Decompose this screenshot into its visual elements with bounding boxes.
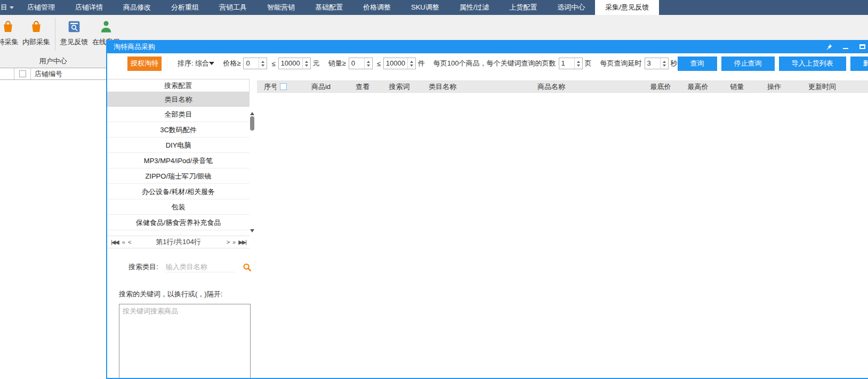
scroll-up-icon[interactable] bbox=[250, 110, 254, 115]
select-all-shops-checkbox[interactable] bbox=[19, 70, 26, 77]
pager-right-group: > » ▶▶| bbox=[223, 239, 250, 246]
menu-item-price-adjust[interactable]: 价格调整 bbox=[353, 0, 401, 15]
menu-item-smart-marketing[interactable]: 智能营销 bbox=[257, 0, 305, 15]
category-item-package[interactable]: 包装 bbox=[107, 199, 250, 215]
menu-item-listing-config[interactable]: 上货配置 bbox=[499, 0, 547, 15]
chevron-down-icon bbox=[10, 6, 14, 11]
maximize-icon[interactable] bbox=[858, 43, 866, 51]
toolbar-item-internal-collect[interactable]: 内部采集 bbox=[20, 15, 52, 47]
feedback-search-icon bbox=[67, 20, 81, 34]
stepper-arrows-icon[interactable] bbox=[302, 58, 310, 69]
menu-item-collect-feedback[interactable]: 采集/意见反馈 bbox=[595, 0, 659, 15]
search-config-sidebar: 搜索配置 类目名称 全部类目 3C数码配件 DIY电脑 MP3/MP4/iPod… bbox=[107, 74, 257, 378]
menu-item-store-detail[interactable]: 店铺详情 bbox=[65, 0, 113, 15]
scrollbar-thumb[interactable] bbox=[250, 116, 254, 131]
search-icon[interactable] bbox=[243, 263, 252, 272]
category-list-scrollbar[interactable] bbox=[250, 107, 255, 236]
stepper-arrows-icon[interactable] bbox=[660, 58, 668, 69]
search-category-row: 搜索类目: bbox=[107, 262, 257, 272]
toolbar-item-feedback[interactable]: 意见反馈 bbox=[58, 15, 90, 47]
chevron-down-icon bbox=[209, 62, 214, 68]
category-item-mp3[interactable]: MP3/MP4/iPod/录音笔 bbox=[107, 153, 250, 168]
menu-item-analyze-rebuild[interactable]: 分析重组 bbox=[161, 0, 209, 15]
menubar: 目 店铺管理 店铺详情 商品修改 分析重组 营销工具 智能营销 基础配置 价格调… bbox=[0, 0, 868, 15]
prev-jump-icon[interactable]: « bbox=[122, 239, 124, 245]
category-item-office[interactable]: 办公设备/耗材/相关服务 bbox=[107, 184, 250, 199]
delay-value: 3 bbox=[645, 58, 660, 69]
price-min-stepper[interactable]: 0 bbox=[243, 58, 267, 69]
page-count-stepper[interactable]: 1 bbox=[559, 58, 583, 69]
column-header-lowest-price: 最底价 bbox=[641, 82, 680, 92]
category-name-selected-item[interactable]: 类目名称 bbox=[107, 92, 250, 107]
scroll-down-icon[interactable] bbox=[250, 229, 254, 235]
results-table-body bbox=[257, 93, 868, 379]
column-header-update-time: 更新时间 bbox=[790, 82, 854, 92]
sales-max-stepper[interactable]: 10000 bbox=[383, 58, 416, 69]
category-item-zippo[interactable]: ZIPPO/瑞士军刀/眼镜 bbox=[107, 168, 250, 184]
toolbar-separator bbox=[55, 18, 55, 51]
authorize-taote-button[interactable]: 授权淘特 bbox=[127, 57, 162, 71]
column-header-category: 类目名称 bbox=[425, 82, 534, 92]
pin-icon[interactable] bbox=[825, 43, 833, 51]
menu-overflow-label: 目 bbox=[1, 3, 7, 12]
filter-bar: 授权淘特 排序: 综合 价格≥ 0 ≤ 10000 元 销量≥ 0 ≤ 1000… bbox=[107, 53, 868, 74]
stepper-arrows-icon[interactable] bbox=[407, 58, 415, 69]
keyword-textarea[interactable] bbox=[119, 304, 251, 379]
sales-min-value: 0 bbox=[349, 58, 364, 69]
category-item-diy[interactable]: DIY电脑 bbox=[107, 138, 250, 153]
price-max-value: 10000 bbox=[279, 58, 302, 69]
toolbar-item-taote-collect[interactable]: 特采集 bbox=[0, 15, 20, 47]
column-header-product-name: 商品名称 bbox=[534, 82, 641, 92]
category-item-health[interactable]: 保健食品/膳食营养补充食品 bbox=[107, 215, 250, 230]
search-category-input[interactable] bbox=[166, 262, 235, 272]
shopping-bag-icon bbox=[1, 20, 15, 34]
sort-dropdown[interactable]: 排序: 综合 bbox=[178, 59, 214, 68]
column-header-index: 序号 bbox=[257, 82, 276, 92]
column-header-operation: 操作 bbox=[758, 82, 790, 92]
query-button[interactable]: 查询 bbox=[678, 57, 717, 71]
price-unit-label: 元 bbox=[313, 59, 320, 68]
price-max-stepper[interactable]: 10000 bbox=[278, 58, 311, 69]
select-all-rows-checkbox[interactable] bbox=[280, 83, 287, 90]
first-page-icon[interactable]: |◀◀ bbox=[111, 239, 118, 246]
delay-label: 每页查询延时 bbox=[600, 59, 642, 68]
column-header-product-id: 商品id bbox=[290, 82, 352, 92]
taote-procurement-dialog: 淘特商品采购 授权淘特 排序: 综合 价格≥ 0 ≤ 10000 元 bbox=[106, 40, 868, 379]
pager-left-group: |◀◀ « < bbox=[107, 239, 134, 246]
sales-le-label: ≤ bbox=[377, 60, 381, 68]
prev-page-icon[interactable]: < bbox=[128, 239, 130, 245]
delete-selected-button[interactable]: 删除选中 bbox=[850, 57, 868, 71]
minimize-icon[interactable] bbox=[842, 43, 849, 51]
delay-stepper[interactable]: 3 bbox=[645, 58, 669, 69]
menu-item-word-center[interactable]: 选词中心 bbox=[547, 0, 595, 15]
stop-query-button[interactable]: 停止查询 bbox=[721, 57, 775, 71]
menu-item-store-manage[interactable]: 店铺管理 bbox=[17, 0, 65, 15]
sales-min-stepper[interactable]: 0 bbox=[349, 58, 373, 69]
shop-id-column-header: 店铺编号 bbox=[31, 69, 62, 79]
search-config-header: 搜索配置 bbox=[107, 79, 250, 92]
stepper-arrows-icon[interactable] bbox=[574, 58, 582, 69]
dialog-titlebar[interactable]: 淘特商品采购 bbox=[107, 40, 868, 53]
results-table: 序号 商品id 查看 搜索词 类目名称 商品名称 最底价 最高价 销量 操作 更… bbox=[257, 74, 868, 378]
page-count-value: 1 bbox=[559, 58, 574, 69]
menu-item-sku-adjust[interactable]: SKU调整 bbox=[401, 0, 449, 15]
next-jump-icon[interactable]: » bbox=[232, 239, 235, 245]
stepper-arrows-icon[interactable] bbox=[364, 58, 372, 69]
last-page-icon[interactable]: ▶▶| bbox=[238, 239, 246, 246]
menu-item-marketing-tools[interactable]: 营销工具 bbox=[209, 0, 257, 15]
menu-item-base-config[interactable]: 基础配置 bbox=[305, 0, 353, 15]
import-listing-button[interactable]: 导入上货列表 bbox=[779, 57, 846, 71]
shop-list-index-column bbox=[0, 68, 14, 79]
category-item-3c[interactable]: 3C数码配件 bbox=[107, 122, 250, 138]
stepper-arrows-icon[interactable] bbox=[259, 58, 267, 69]
toolbar-item-label: 内部采集 bbox=[22, 37, 50, 47]
user-center-panel: 用户中心 店铺编号 bbox=[0, 56, 106, 379]
menu-item-product-edit[interactable]: 商品修改 bbox=[113, 0, 161, 15]
dialog-window-controls bbox=[825, 43, 867, 51]
next-page-icon[interactable]: > bbox=[227, 239, 229, 245]
menu-item-attr-filter[interactable]: 属性/过滤 bbox=[449, 0, 500, 15]
menu-overflow-item[interactable]: 目 bbox=[0, 0, 17, 15]
category-item-all[interactable]: 全部类目 bbox=[107, 107, 250, 122]
price-ge-label: 价格≥ bbox=[223, 59, 240, 68]
dialog-body: 搜索配置 类目名称 全部类目 3C数码配件 DIY电脑 MP3/MP4/iPod… bbox=[107, 74, 868, 378]
